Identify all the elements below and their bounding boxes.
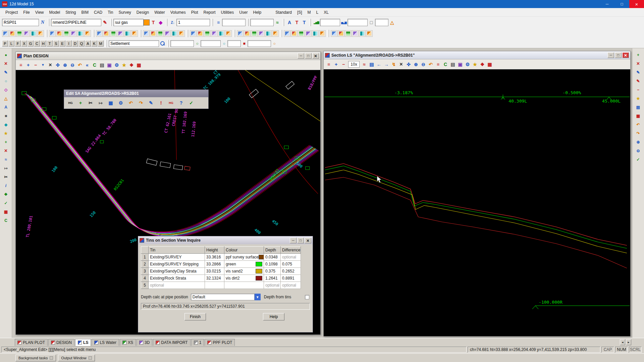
hg-delete-icon[interactable]	[166, 99, 176, 107]
section-settings-icon[interactable]	[464, 61, 471, 68]
locate-icon[interactable]	[218, 30, 225, 37]
text-font-icon[interactable]	[301, 19, 308, 26]
close-button[interactable]	[629, 0, 644, 8]
plan-view-layout-icon[interactable]	[135, 61, 143, 69]
panel-expand-icon[interactable]	[89, 356, 92, 360]
create-icon[interactable]	[635, 52, 642, 58]
plan-print-icon[interactable]	[98, 61, 106, 69]
edit-help-icon[interactable]	[176, 99, 186, 107]
edit-undo-icon[interactable]	[126, 99, 136, 107]
search-icon[interactable]	[159, 40, 166, 47]
open-project-icon[interactable]	[9, 30, 16, 37]
centre-icon[interactable]	[221, 40, 227, 47]
depth-from-tins-checkbox[interactable]	[305, 295, 309, 299]
views-icon[interactable]	[635, 113, 642, 119]
locate-height-icon[interactable]	[271, 40, 278, 47]
select-point-icon[interactable]	[3, 52, 9, 58]
tin-icon[interactable]	[274, 19, 281, 26]
layers-icon[interactable]	[635, 104, 642, 111]
plan-add-icon[interactable]	[24, 61, 32, 69]
snap-toggle-s[interactable]: S	[53, 40, 59, 47]
menu-model[interactable]: Model	[47, 9, 63, 16]
snap-line-icon[interactable]	[150, 30, 157, 37]
menu-size-m[interactable]: M	[305, 9, 314, 16]
new-project-icon[interactable]	[2, 30, 9, 37]
section-favourites-icon[interactable]	[471, 61, 479, 68]
undo-icon[interactable]	[49, 30, 56, 37]
string-edit-icon[interactable]	[265, 30, 272, 37]
deselect-icon[interactable]	[3, 60, 9, 67]
triangle-tool-icon[interactable]	[3, 95, 9, 102]
grid-icon[interactable]	[3, 208, 9, 215]
models-remove-icon[interactable]	[244, 30, 251, 37]
tab-ls[interactable]: LS	[75, 339, 91, 346]
draw-polygon-icon[interactable]	[124, 30, 131, 37]
model-edit-icon[interactable]	[101, 19, 109, 26]
edit-warning-icon[interactable]	[156, 99, 166, 107]
section-zoom-out-icon[interactable]	[420, 61, 427, 68]
edit-measure-icon[interactable]	[96, 99, 106, 107]
plot-profile-input[interactable]	[320, 19, 340, 26]
menu-water[interactable]: Water	[152, 9, 168, 16]
colour-swatch[interactable]	[144, 19, 150, 25]
snap-toggle-g[interactable]: G	[28, 40, 34, 47]
target-icon[interactable]	[194, 40, 201, 47]
sort-icon[interactable]	[169, 19, 176, 26]
import-icon[interactable]	[30, 30, 37, 37]
help-tool-icon[interactable]	[359, 30, 366, 37]
paste-icon[interactable]	[77, 30, 84, 37]
remove-vertex-icon[interactable]	[3, 147, 9, 154]
recycle-icon[interactable]	[3, 217, 9, 224]
chainage-input[interactable]	[170, 40, 194, 47]
diamond-tool-icon[interactable]	[3, 121, 9, 128]
macros-icon[interactable]	[331, 30, 337, 37]
textstyle-icon[interactable]	[150, 19, 157, 26]
plan-close-button[interactable]	[312, 53, 319, 59]
tabs-scroll-right[interactable]: ►	[626, 339, 631, 345]
snap-end-icon[interactable]	[171, 30, 178, 37]
favourite-icon[interactable]	[635, 95, 642, 102]
sheet-input[interactable]	[375, 19, 388, 26]
validate-icon[interactable]	[3, 200, 9, 206]
plan-zoom-in-icon[interactable]	[61, 61, 69, 69]
section-next-icon[interactable]	[383, 61, 390, 68]
plan-window-titlebar[interactable]: Plan DESIGN	[16, 52, 320, 60]
plan-zoom-out-icon[interactable]	[69, 61, 76, 69]
snap-toggle-x[interactable]: X	[21, 40, 27, 47]
zoom-out-rail-icon[interactable]	[635, 147, 642, 154]
redo-rail-icon[interactable]	[635, 130, 642, 137]
depth-calc-combo[interactable]: Default	[191, 294, 255, 300]
menu-utilities[interactable]: Utilities	[218, 9, 237, 16]
table-row[interactable]: 4 Existing/Rock Strata 32.1324 vis dirt2…	[141, 275, 301, 282]
chains-icon[interactable]	[338, 30, 344, 37]
tab-xs[interactable]: XS	[120, 339, 136, 346]
tab-design[interactable]: DESIGN	[48, 339, 74, 346]
models-add-icon[interactable]	[237, 30, 244, 37]
view-perspective-icon[interactable]	[298, 30, 305, 37]
menu-tin[interactable]: Tin	[105, 9, 116, 16]
section-regen-icon[interactable]	[397, 61, 405, 68]
tab-ppf-plot[interactable]: PPF PLOT	[205, 339, 235, 346]
menu-plot[interactable]: Plot	[189, 9, 201, 16]
plan-delete-icon[interactable]	[32, 61, 39, 69]
section-profile-icon[interactable]	[361, 61, 368, 68]
plot-section-icon[interactable]	[340, 19, 347, 26]
snap-toggle-f[interactable]: F	[15, 40, 21, 47]
section-save-view-icon[interactable]	[457, 61, 464, 68]
section-view-layout-icon[interactable]	[486, 61, 493, 68]
snap-toggle-t[interactable]: T	[47, 40, 53, 47]
tin-create-icon[interactable]	[251, 30, 258, 37]
edit-settings-icon[interactable]	[116, 99, 126, 107]
tab-3d[interactable]: 3D	[137, 339, 152, 346]
depth-calc-dropdown-icon[interactable]	[255, 294, 261, 300]
plan-maximize-button[interactable]	[305, 53, 312, 59]
tab-plan-plot[interactable]: PLAN PLOT	[15, 339, 48, 346]
edit-red-icon[interactable]	[635, 78, 642, 84]
view-3d-icon[interactable]	[305, 30, 312, 37]
plan-fit-icon[interactable]	[39, 61, 47, 69]
table-row[interactable]: 2 Existing/SURVEY Stripping 33.2866 gree…	[141, 261, 301, 268]
linestyle-icon[interactable]	[215, 19, 222, 26]
accept-rail-icon[interactable]	[635, 156, 642, 163]
delete-tool-icon[interactable]	[635, 60, 642, 67]
save-all-icon[interactable]	[23, 30, 30, 37]
